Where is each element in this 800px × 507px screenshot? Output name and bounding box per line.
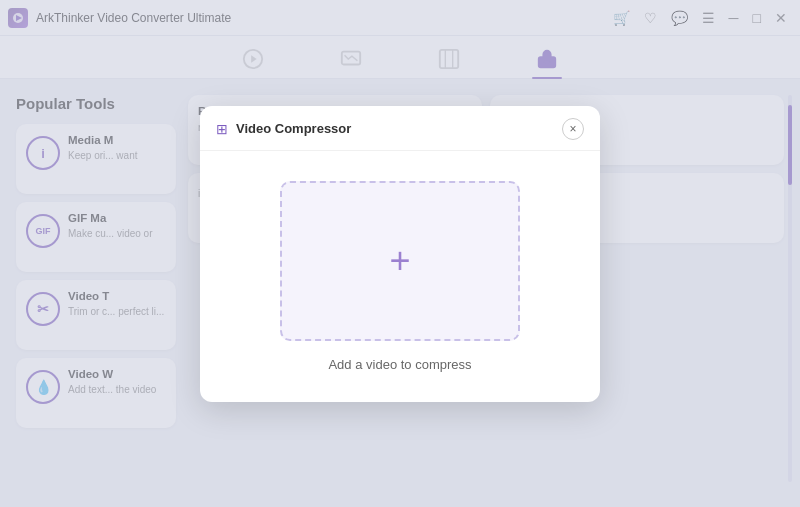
modal-overlay: ⊞ Video Compressor × + Add a video to co… bbox=[0, 0, 800, 507]
modal-close-button[interactable]: × bbox=[562, 118, 584, 140]
modal-title-icon: ⊞ bbox=[216, 121, 228, 137]
modal-body: + Add a video to compress bbox=[200, 151, 600, 402]
close-icon: × bbox=[569, 122, 576, 136]
modal-title: Video Compressor bbox=[236, 121, 351, 136]
modal-header: ⊞ Video Compressor × bbox=[200, 106, 600, 151]
add-video-plus-icon: + bbox=[389, 243, 410, 279]
drop-zone-label: Add a video to compress bbox=[328, 357, 471, 372]
video-compressor-modal: ⊞ Video Compressor × + Add a video to co… bbox=[200, 106, 600, 402]
drop-zone[interactable]: + bbox=[280, 181, 520, 341]
